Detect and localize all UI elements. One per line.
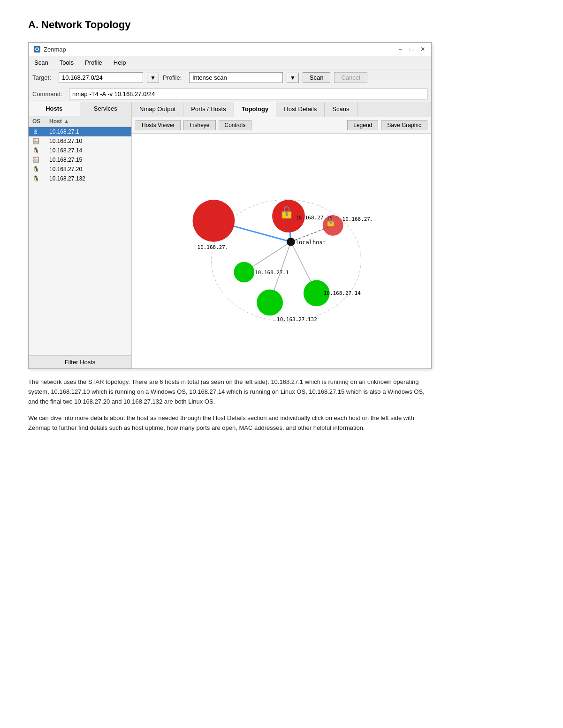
- host-address: 10.168.27.14: [49, 147, 128, 154]
- left-panel: Hosts Services OS Host ▲ 🖥10.168.27.1🪟10…: [29, 102, 132, 368]
- zenmap-window: Zenmap − □ ✕ Scan Tools Profile Help Tar…: [28, 42, 432, 369]
- topology-svg: localhost 10.168.27.1 10.168.27.132 10.1…: [132, 134, 431, 368]
- app-name: Zenmap: [44, 46, 66, 53]
- hosts-viewer-button[interactable]: Hosts Viewer: [136, 120, 181, 130]
- svg-text:localhost: localhost: [296, 239, 326, 246]
- host-address: 10.168.27.20: [49, 166, 128, 173]
- cancel-button[interactable]: Cancel: [334, 72, 367, 83]
- scan-button[interactable]: Scan: [303, 72, 331, 83]
- svg-text:10.168.27.1: 10.168.27.1: [255, 270, 289, 276]
- sub-toolbar-right: Legend Save Graphic: [347, 120, 427, 130]
- close-button[interactable]: ✕: [419, 45, 426, 53]
- maximize-button[interactable]: □: [408, 45, 415, 53]
- tab-services[interactable]: Services: [80, 102, 132, 116]
- menu-tools[interactable]: Tools: [58, 58, 76, 67]
- os-icon: 🪟: [32, 138, 49, 144]
- svg-text:10.168.27.132: 10.168.27.132: [277, 316, 317, 323]
- host-row[interactable]: 🐧10.168.27.20: [29, 165, 131, 174]
- host-address: 10.168.27.1: [49, 128, 128, 135]
- filter-hosts-button[interactable]: Filter Hosts: [29, 355, 131, 368]
- description: The network uses the STAR topology. Ther…: [28, 377, 432, 433]
- main-content: Hosts Services OS Host ▲ 🖥10.168.27.1🪟10…: [29, 102, 431, 368]
- app-icon: [33, 45, 41, 53]
- left-tabs: Hosts Services: [29, 102, 131, 116]
- svg-point-21: [257, 289, 283, 315]
- svg-point-2: [36, 48, 38, 50]
- host-row[interactable]: 🐧10.168.27.14: [29, 146, 131, 155]
- svg-rect-14: [286, 213, 288, 216]
- host-row[interactable]: 🐧10.168.27.132: [29, 174, 131, 183]
- window-controls: − □ ✕: [396, 45, 426, 53]
- topology-canvas: localhost 10.168.27.1 10.168.27.132 10.1…: [132, 134, 431, 368]
- menu-help[interactable]: Help: [112, 58, 128, 67]
- svg-point-20: [234, 262, 254, 283]
- svg-text:10.168.27.: 10.168.27.: [342, 216, 373, 222]
- toolbar: Target: ▼ Profile: ▼ Scan Cancel: [29, 69, 431, 86]
- host-address: 10.168.27.10: [49, 138, 128, 144]
- target-dropdown-button[interactable]: ▼: [147, 73, 159, 83]
- svg-rect-18: [330, 222, 332, 224]
- svg-text:10.168.27.: 10.168.27.: [198, 244, 228, 250]
- tab-ports-hosts[interactable]: Ports / Hosts: [183, 102, 234, 117]
- menu-profile[interactable]: Profile: [83, 58, 104, 67]
- os-icon: 🪟: [32, 157, 49, 163]
- host-address: 10.168.27.15: [49, 157, 128, 163]
- description-para1: The network uses the STAR topology. Ther…: [28, 377, 432, 406]
- svg-point-10: [193, 200, 235, 242]
- os-icon: 🐧: [32, 175, 49, 182]
- save-graphic-button[interactable]: Save Graphic: [381, 120, 427, 130]
- page-title: A. Network Topology: [28, 19, 535, 31]
- right-tabs-bar: Nmap Output Ports / Hosts Topology Host …: [132, 102, 431, 117]
- svg-text:10.168.27.15: 10.168.27.15: [296, 215, 333, 221]
- minimize-button[interactable]: −: [396, 45, 404, 53]
- svg-point-19: [287, 238, 295, 246]
- os-icon: 🐧: [32, 166, 49, 173]
- tab-scans[interactable]: Scans: [325, 102, 357, 117]
- tab-nmap-output[interactable]: Nmap Output: [132, 102, 183, 117]
- host-list: 🖥10.168.27.1🪟10.168.27.10🐧10.168.27.14🪟1…: [29, 127, 131, 183]
- profile-input[interactable]: [189, 72, 283, 83]
- host-column-header: Host ▲: [49, 118, 128, 125]
- profile-label: Profile:: [163, 74, 185, 81]
- target-input[interactable]: [59, 72, 143, 83]
- target-label: Target:: [32, 74, 55, 81]
- host-row[interactable]: 🪟10.168.27.10: [29, 136, 131, 146]
- window-title-left: Zenmap: [33, 45, 66, 53]
- command-label: Command:: [32, 90, 65, 98]
- host-row[interactable]: 🖥10.168.27.1: [29, 127, 131, 136]
- legend-button[interactable]: Legend: [347, 120, 378, 130]
- command-input[interactable]: [69, 89, 427, 99]
- description-para2: We can dive into more details about the …: [28, 413, 432, 433]
- os-icon: 🐧: [32, 147, 49, 154]
- tab-hosts[interactable]: Hosts: [29, 102, 80, 116]
- right-panel: Nmap Output Ports / Hosts Topology Host …: [132, 102, 431, 368]
- controls-button[interactable]: Controls: [219, 120, 252, 130]
- host-address: 10.168.27.132: [49, 175, 128, 182]
- sub-toolbar-left: Hosts Viewer Fisheye Controls: [136, 120, 251, 130]
- sub-toolbar: Hosts Viewer Fisheye Controls Legend Sav…: [132, 117, 431, 134]
- fisheye-button[interactable]: Fisheye: [183, 120, 215, 130]
- sort-icon: ▲: [64, 118, 69, 125]
- profile-dropdown-button[interactable]: ▼: [287, 73, 299, 83]
- menubar: Scan Tools Profile Help: [29, 56, 431, 69]
- tab-host-details[interactable]: Host Details: [276, 102, 325, 117]
- svg-text:10.168.27.14: 10.168.27.14: [324, 290, 361, 296]
- window-titlebar: Zenmap − □ ✕: [29, 43, 431, 56]
- host-list-header: OS Host ▲: [29, 116, 131, 127]
- tab-topology[interactable]: Topology: [234, 102, 277, 117]
- os-column-header: OS: [32, 118, 49, 125]
- command-row: Command:: [29, 86, 431, 102]
- host-row[interactable]: 🪟10.168.27.15: [29, 155, 131, 165]
- menu-scan[interactable]: Scan: [32, 58, 50, 67]
- os-icon: 🖥: [32, 128, 49, 135]
